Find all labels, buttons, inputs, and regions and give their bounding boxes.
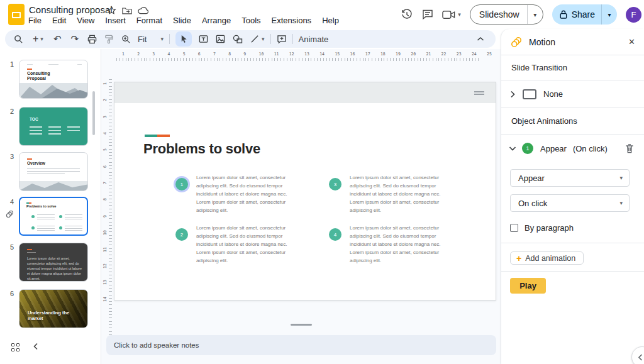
bottom-bar (0, 336, 101, 364)
ruler-number: 13 (103, 279, 108, 285)
animation-start-dropdown[interactable]: On click ▾ (510, 194, 630, 212)
menu-file[interactable]: File (28, 16, 42, 25)
slide-thumbnail-4-selected[interactable]: Problems to solve (19, 197, 88, 236)
star-icon[interactable] (107, 6, 116, 15)
transition-slide-icon (523, 89, 536, 99)
google-slides-app: { "header": { "title": "Consulting propo… (0, 0, 644, 364)
paint-format-icon[interactable] (104, 35, 113, 44)
collapse-filmstrip-chevron-icon[interactable] (33, 343, 38, 350)
slideshow-options-caret[interactable]: ▾ (528, 11, 543, 18)
ruler-number: 3 (103, 114, 108, 120)
print-icon[interactable] (87, 35, 97, 44)
ruler-number: 17 (365, 52, 370, 57)
collapse-chevron-icon[interactable] (509, 146, 516, 152)
meet-caret-icon[interactable]: ▾ (458, 11, 461, 18)
slide-number-3: 3 (8, 153, 16, 160)
insert-image-icon[interactable] (216, 35, 225, 43)
slide-bullet-item-4[interactable]: Lorem ipsum dolor sit amet, consectetur … (350, 224, 444, 265)
animate-button[interactable]: Animate (299, 35, 329, 44)
collapse-toolbar-chevron-icon[interactable] (477, 36, 484, 41)
slides-logo-icon[interactable] (8, 4, 25, 25)
slide-number-4: 4 (8, 198, 16, 206)
ruler-number: 13 (304, 52, 309, 57)
search-menus-icon[interactable] (14, 35, 23, 44)
new-slide-button[interactable]: + (33, 33, 38, 45)
ruler-number: 7 (213, 52, 216, 57)
dropdown-caret-icon: ▾ (619, 175, 623, 181)
title-accent-bar (145, 135, 170, 137)
expand-chevron-icon[interactable] (510, 91, 516, 98)
slide-number-1: 1 (8, 60, 16, 68)
menu-help[interactable]: Help (322, 16, 339, 25)
slide-header-band[interactable] (114, 82, 496, 103)
ruler-number: 5 (183, 52, 186, 57)
insert-line-icon[interactable] (250, 35, 259, 43)
slide-thumbnail-3[interactable]: Overview (19, 152, 88, 191)
slide-thumbnail-5[interactable]: Lorem ipsum dolor sit amet, consectetur … (19, 243, 88, 282)
item-number-badge-1[interactable]: 1 (175, 178, 188, 190)
slide-number-6: 6 (8, 290, 16, 297)
animation-header-row[interactable]: 1 Appear (On click) (501, 135, 644, 162)
delete-animation-icon[interactable] (625, 143, 634, 153)
slide-bullet-item-3[interactable]: Lorem ipsum dolor sit amet, consectetur … (350, 174, 444, 215)
slideshow-button[interactable]: Slideshow (470, 9, 527, 19)
ruler-number: 11 (274, 52, 279, 57)
account-avatar[interactable]: F (626, 7, 641, 23)
slide-thumbnail-6[interactable]: Understanding the market (19, 289, 88, 328)
comment-history-icon[interactable] (422, 9, 433, 20)
close-panel-icon[interactable]: ✕ (628, 37, 635, 47)
animation-effect-dropdown[interactable]: Appear ▾ (510, 169, 630, 187)
insert-comment-icon[interactable] (277, 35, 287, 44)
menu-view[interactable]: View (77, 16, 94, 25)
slide-thumbnail-1[interactable]: Consulting Proposal (19, 60, 88, 99)
speaker-notes-input[interactable]: Click to add speaker notes (106, 335, 496, 355)
item-number-badge-3[interactable]: 3 (329, 178, 341, 190)
menu-arrange[interactable]: Arrange (202, 16, 231, 25)
share-options-caret[interactable]: ▾ (602, 11, 617, 18)
zoom-icon[interactable] (121, 35, 131, 44)
ruler-number: 7 (103, 180, 108, 186)
slide-animation-indicator-icon (6, 210, 14, 218)
zoom-fit-caret-icon[interactable]: ▾ (160, 36, 164, 42)
text-box-tool-icon[interactable] (199, 35, 208, 43)
select-tool-button[interactable] (175, 31, 192, 47)
by-paragraph-checkbox[interactable] (510, 224, 518, 232)
ruler-number: 23 (457, 52, 462, 57)
new-slide-caret-icon[interactable]: ▾ (40, 36, 43, 42)
insert-line-caret-icon[interactable]: ▾ (262, 36, 265, 42)
meet-camera-icon[interactable]: ▾ (442, 10, 461, 19)
slide-thumbnail-2[interactable]: TOC (19, 107, 88, 146)
menu-tools[interactable]: Tools (242, 16, 260, 25)
slide-title[interactable]: Problems to solve (143, 141, 260, 157)
move-folder-icon[interactable] (122, 6, 132, 15)
menu-edit[interactable]: Edit (52, 16, 66, 25)
menu-extensions[interactable]: Extensions (272, 16, 312, 25)
ruler-number: 22 (441, 52, 447, 57)
grid-view-icon[interactable] (11, 343, 19, 351)
cloud-status-icon[interactable] (138, 6, 148, 14)
slide-editor[interactable]: Problems to solve 1 Lorem ipsum dolor si… (114, 82, 496, 301)
item-number-badge-2[interactable]: 2 (175, 228, 188, 241)
menu-slide[interactable]: Slide (173, 16, 191, 25)
insert-shape-icon[interactable] (233, 35, 243, 43)
redo-icon[interactable]: ↷ (70, 33, 79, 45)
lock-icon (560, 10, 567, 19)
document-title[interactable]: Consulting proposal (29, 4, 113, 15)
slide-transition-row[interactable]: None (501, 80, 644, 108)
play-button[interactable]: Play (510, 278, 546, 294)
menu-insert[interactable]: Insert (105, 16, 126, 25)
slide-bullet-item-1[interactable]: Lorem ipsum dolor sit amet, consectetur … (196, 174, 291, 215)
ruler-number: 12 (103, 263, 108, 269)
item-number-badge-4[interactable]: 4 (329, 228, 341, 241)
add-animation-button[interactable]: + Add animation (510, 251, 584, 265)
version-history-icon[interactable] (401, 8, 413, 21)
filmstrip-scrollbar[interactable] (92, 91, 95, 135)
zoom-fit-select[interactable]: Fit (138, 35, 147, 44)
share-button[interactable]: Share (552, 9, 601, 19)
slide-bullet-item-2[interactable]: Lorem ipsum dolor sit amet, consectetur … (196, 224, 291, 265)
share-button-group: Share ▾ (552, 4, 617, 25)
notes-resize-handle[interactable] (291, 324, 312, 326)
undo-icon[interactable]: ↶ (53, 33, 62, 45)
menu-format[interactable]: Format (136, 16, 162, 25)
object-animations-section-label: Object Animations (501, 108, 644, 135)
